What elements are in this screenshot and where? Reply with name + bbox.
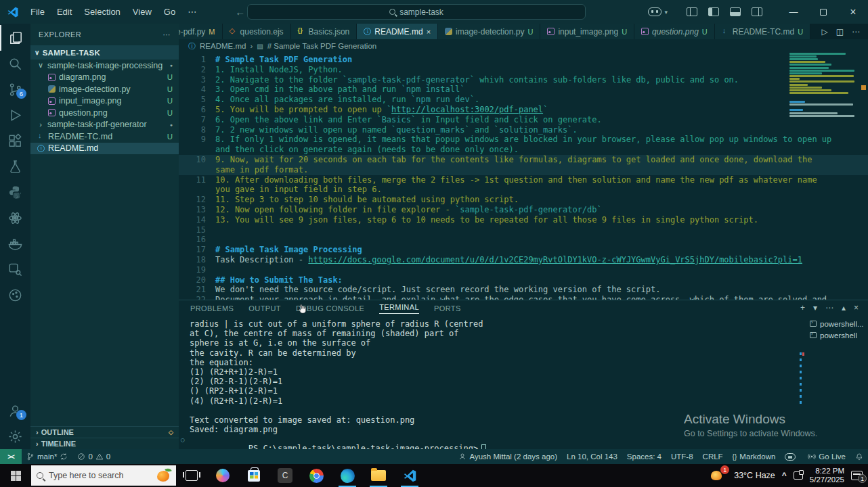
tray-expand-icon[interactable]: ^	[782, 471, 787, 480]
editor-line[interactable]: 3 2. Navigate to the folder `sample-task…	[179, 75, 868, 85]
browser-preview-icon[interactable]	[0, 282, 30, 308]
copilot-chevron-icon[interactable]: ▾	[664, 9, 668, 16]
editor-tab[interactable]: Basics.json	[291, 24, 357, 39]
tab-status-flag[interactable]: U	[622, 28, 627, 36]
editor-tab[interactable]: question.png U	[634, 24, 715, 39]
workspace-section-header[interactable]: ∨ SAMPLE-TASK	[30, 45, 179, 60]
editor-line[interactable]: 19	[179, 265, 868, 275]
jupyter-icon[interactable]	[0, 205, 30, 231]
editor-line[interactable]: 16	[179, 235, 868, 245]
editor-line[interactable]: you gave in input field in step 6.	[179, 185, 868, 195]
search-sidebar-icon[interactable]	[0, 51, 30, 76]
minimap[interactable]	[789, 53, 857, 118]
editor-tab[interactable]: question.ejs	[223, 24, 291, 39]
editor-line[interactable]: 4 3. Open cmd in the above path and run …	[179, 85, 868, 95]
edge-button[interactable]	[332, 464, 363, 487]
menu-item[interactable]: File	[24, 0, 51, 24]
timeline-section[interactable]: › TIMELINE	[30, 438, 179, 449]
panel-tab[interactable]: OUTPUT	[248, 304, 281, 312]
encoding-item[interactable]: UTF-8	[666, 449, 698, 464]
toggle-secondary-sidebar-icon[interactable]	[752, 7, 762, 16]
editor-line[interactable]: 8 7. 2 new windows will open up named `q…	[179, 125, 868, 135]
problems-item[interactable]: 0 0	[72, 449, 115, 464]
menu-overflow[interactable]: ⋯	[181, 0, 202, 24]
terminal-instance[interactable]: powershell...	[810, 318, 868, 329]
remote-indicator[interactable]: ><	[0, 449, 22, 464]
tab-status-flag[interactable]: ×	[427, 28, 431, 36]
tree-item[interactable]: README.md	[30, 143, 179, 155]
editor-line[interactable]: 18 Task Description - https://docs.googl…	[179, 255, 868, 265]
editor-tab[interactable]: README-TC.md U	[715, 24, 810, 39]
explorer-more-icon[interactable]: ⋯	[163, 30, 171, 39]
editor-line[interactable]: 17 # Sample Task Image Processing	[179, 245, 868, 255]
language-mode-item[interactable]: {} Markdown	[728, 449, 781, 464]
editor[interactable]: 1 # Sample Task PDF Generation 2 1. Inst…	[179, 53, 868, 300]
panel-tab[interactable]: PROBLEMS	[190, 304, 234, 312]
terminal-prompt-line[interactable]: ○PS C:\sample-task\sample-task-image-pro…	[190, 434, 486, 444]
split-editor-icon[interactable]: ◫	[836, 27, 844, 37]
editor-tab[interactable]: image-detection.py U	[438, 24, 540, 39]
start-button[interactable]	[0, 464, 31, 487]
editor-line[interactable]: and then click on generate again (needs …	[179, 145, 868, 155]
menu-item[interactable]: Go	[158, 0, 181, 24]
maximize-panel-icon[interactable]: ▴	[842, 303, 846, 312]
editor-line[interactable]: 10 9. Now, wait for 20 seconds on each t…	[179, 155, 868, 165]
terminal-instance[interactable]: powershell	[810, 329, 868, 341]
explorer-icon[interactable]	[0, 25, 30, 51]
command-search-box[interactable]: sample-task	[247, 4, 586, 20]
tab-status-flag[interactable]: M	[209, 28, 215, 36]
editor-line[interactable]: 1 # Sample Task PDF Generation	[179, 55, 868, 65]
editor-line[interactable]: 22 Document your approach in detail, and…	[179, 295, 868, 300]
restore-button[interactable]	[808, 0, 838, 24]
toggle-panel-icon[interactable]	[730, 7, 741, 16]
editor-more-icon[interactable]: ⋯	[852, 27, 860, 37]
panel-more-icon[interactable]: ⋯	[825, 303, 833, 312]
run-file-icon[interactable]: ▷	[821, 27, 827, 37]
tree-item[interactable]: ∨ sample-task-image-processing ●	[30, 60, 179, 72]
settings-gear-icon[interactable]	[0, 423, 30, 449]
indentation-item[interactable]: Spaces: 4	[622, 449, 666, 464]
tree-item[interactable]: question.png U	[30, 107, 179, 119]
editor-line[interactable]: 12 11. Step 3 to step 10 should be autom…	[179, 195, 868, 205]
tree-item[interactable]: input_image.png U	[30, 95, 179, 108]
chrome-button[interactable]	[301, 464, 332, 487]
close-button[interactable]: ×	[838, 0, 868, 24]
breadcrumb-symbol[interactable]: # Sample Task PDF Generation	[267, 42, 377, 50]
editor-line[interactable]: 15	[179, 225, 868, 235]
editor-line[interactable]: 13 12. Now open following folder in file…	[179, 205, 868, 215]
cursor-position-item[interactable]: Ln 10, Col 143	[562, 449, 622, 464]
tree-item[interactable]: image-detection.py U	[30, 83, 179, 95]
notification-center-button[interactable]: 1	[851, 471, 863, 480]
eol-item[interactable]: CRLF	[698, 449, 728, 464]
tree-item[interactable]: › sample-task-pdf-generator ●	[30, 119, 179, 131]
task-view-button[interactable]	[176, 464, 207, 487]
new-terminal-icon[interactable]: +	[800, 303, 805, 312]
file-explorer-button[interactable]	[363, 464, 394, 487]
tab-status-flag[interactable]: U	[702, 28, 708, 36]
editor-line[interactable]: 11 10. After downloading both files, mer…	[179, 175, 868, 185]
tree-item[interactable]: README-TC.md U	[30, 131, 179, 143]
editor-line[interactable]: 5 4. Once all packages are installed, ru…	[179, 95, 868, 105]
tab-status-flag[interactable]: U	[798, 28, 803, 36]
editor-line[interactable]: same in pdf format.	[179, 165, 868, 175]
tree-item[interactable]: diagram.png U	[30, 72, 179, 84]
c-app-button[interactable]: C	[269, 464, 301, 487]
tab-status-flag[interactable]: U	[527, 28, 533, 36]
tray-app-icon[interactable]	[794, 471, 803, 480]
customize-layout-icon[interactable]	[687, 7, 697, 16]
editor-tab[interactable]: e-pdf.py M	[179, 24, 223, 39]
editor-line[interactable]: 14 13. You will see 9 json files, step 6…	[179, 215, 868, 225]
back-icon[interactable]: ←	[235, 6, 245, 18]
database-notebook-icon[interactable]	[0, 256, 30, 282]
close-panel-icon[interactable]: ×	[854, 303, 859, 312]
terminal-output[interactable]: radius | is cut out of a uniform sphere …	[190, 319, 486, 444]
vscode-taskbar-button[interactable]	[394, 464, 425, 487]
toggle-sidebar-icon[interactable]	[708, 7, 719, 16]
run-debug-icon[interactable]	[0, 102, 30, 128]
git-blame-item[interactable]: Ayush Mittal (2 days ago)	[454, 449, 562, 464]
python-icon[interactable]	[0, 179, 30, 205]
panel-tab[interactable]: PORTS	[434, 304, 461, 312]
clock[interactable]: 8:22 PM 5/27/2025	[810, 467, 844, 484]
microsoft-store-button[interactable]	[238, 464, 269, 487]
taskbar-search-box[interactable]: Type here to search	[31, 465, 176, 486]
